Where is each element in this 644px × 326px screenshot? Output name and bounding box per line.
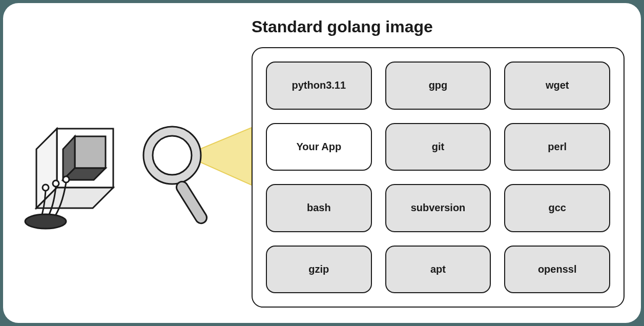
diagram-title: Standard golang image — [252, 17, 433, 36]
svg-point-9 — [25, 214, 66, 229]
magnifying-glass-icon — [144, 118, 254, 247]
image-contents-panel: python3.11 gpg wget Your App git perl ba… — [252, 47, 625, 308]
diagram-canvas: Standard golang image — [3, 3, 641, 323]
package-cell-apt: apt — [385, 246, 491, 294]
package-cell-wget: wget — [504, 62, 610, 110]
package-cell-perl: perl — [504, 123, 610, 171]
svg-point-6 — [43, 185, 49, 191]
svg-rect-13 — [174, 179, 209, 226]
package-cell-your-app: Your App — [266, 123, 372, 171]
package-cell-openssl: openssl — [504, 246, 610, 294]
package-cell-gzip: gzip — [266, 246, 372, 294]
package-cell-python: python3.11 — [266, 62, 372, 110]
svg-point-12 — [153, 136, 192, 175]
package-cell-gcc: gcc — [504, 184, 610, 232]
package-cell-git: git — [385, 123, 491, 171]
package-cell-bash: bash — [266, 184, 372, 232]
svg-point-7 — [53, 180, 59, 187]
package-cell-gpg: gpg — [385, 62, 491, 110]
package-cell-subversion: subversion — [385, 184, 491, 232]
svg-point-8 — [63, 176, 69, 182]
svg-marker-3 — [75, 136, 106, 168]
container-box-icon — [31, 121, 134, 244]
